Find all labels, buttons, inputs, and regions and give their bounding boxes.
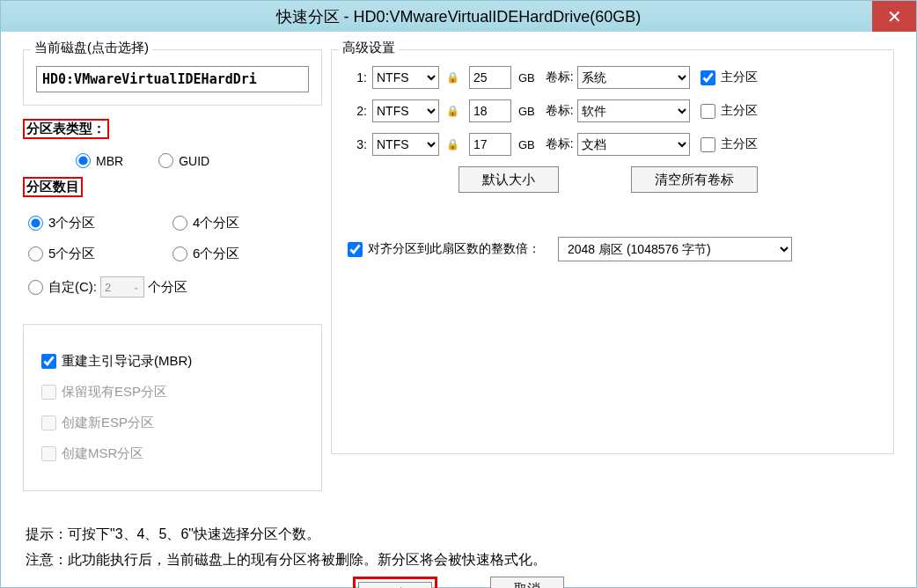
table-type-label: 分区表类型：	[23, 119, 109, 139]
fs-select[interactable]: NTFS	[372, 99, 439, 122]
partition-count-label: 分区数目	[23, 177, 83, 197]
dialog-window: 快速分区 - HD0:VMwareVirtualIDEHardDrive(60G…	[0, 0, 917, 588]
cb-rebuild-mbr-label: 重建主引导记录(MBR)	[62, 353, 192, 370]
volume-select[interactable]: 软件	[577, 99, 690, 122]
cb-keep-esp-input	[41, 385, 56, 400]
radio-4-label: 4个分区	[193, 215, 239, 232]
lock-icon: 🔒	[444, 105, 460, 117]
radio-mbr-label: MBR	[96, 154, 123, 168]
volume-label-text: 卷标:	[546, 136, 574, 152]
radio-3-partitions[interactable]: 3个分区	[28, 208, 172, 239]
lock-icon: 🔒	[444, 71, 460, 84]
disk-group-title: 当前磁盘(点击选择)	[31, 40, 152, 56]
cb-msr-input	[41, 446, 56, 461]
partition-rows: 1:NTFS🔒GB卷标:系统主分区2:NTFS🔒GB卷标:软件主分区3:NTFS…	[344, 66, 881, 156]
size-input[interactable]	[469, 133, 511, 156]
primary-checkbox[interactable]	[701, 104, 715, 119]
cb-msr-label: 创建MSR分区	[62, 445, 143, 462]
radio-4-input[interactable]	[172, 216, 187, 231]
primary-label: 主分区	[721, 70, 758, 85]
mbr-checkbox-list: 重建主引导记录(MBR) 保留现有ESP分区 创建新ESP分区 创建MSR分区	[36, 341, 309, 474]
cb-keep-esp-label: 保留现有ESP分区	[62, 384, 167, 401]
row-number: 3:	[344, 137, 367, 151]
volume-label-text: 卷标:	[546, 70, 574, 85]
footer-buttons: 确定 取消	[26, 573, 891, 588]
volume-select[interactable]: 系统	[577, 66, 690, 89]
right-panel: 高级设置 1:NTFS🔒GB卷标:系统主分区2:NTFS🔒GB卷标:软件主分区3…	[331, 49, 894, 504]
cb-rebuild-mbr[interactable]: 重建主引导记录(MBR)	[41, 346, 304, 377]
size-input[interactable]	[469, 99, 511, 122]
primary-checkbox-wrap[interactable]: 主分区	[701, 70, 758, 85]
window-title: 快速分区 - HD0:VMwareVirtualIDEHardDrive(60G…	[276, 6, 642, 27]
primary-label: 主分区	[721, 136, 758, 152]
primary-checkbox[interactable]	[701, 137, 715, 152]
adv-button-row: 默认大小 清空所有卷标	[344, 166, 881, 193]
custom-count-value: 2	[105, 281, 111, 294]
cb-keep-esp: 保留现有ESP分区	[41, 377, 304, 408]
cb-msr: 创建MSR分区	[41, 438, 304, 469]
partition-count-radios: 3个分区 4个分区 5个分区 6个分区	[23, 204, 322, 308]
radio-custom-label: 自定(C):	[48, 279, 97, 296]
lock-icon: 🔒	[444, 138, 460, 151]
radio-guid-input[interactable]	[158, 153, 173, 168]
clear-labels-button[interactable]: 清空所有卷标	[631, 166, 758, 193]
radio-5-input[interactable]	[28, 246, 43, 261]
title-bar: 快速分区 - HD0:VMwareVirtualIDEHardDrive(60G…	[1, 1, 916, 32]
row-number: 1:	[344, 70, 367, 85]
cancel-button[interactable]: 取消	[490, 577, 564, 588]
cb-rebuild-mbr-input[interactable]	[41, 354, 56, 369]
cb-new-esp-label: 创建新ESP分区	[62, 415, 154, 431]
warning-text: 注意：此功能执行后，当前磁盘上的现有分区将被删除。新分区将会被快速格式化。	[26, 548, 891, 573]
close-button[interactable]: ✕	[872, 1, 916, 32]
partition-row-2: 2:NTFS🔒GB卷标:软件主分区	[344, 99, 881, 122]
radio-6-input[interactable]	[172, 246, 187, 261]
size-unit: GB	[518, 71, 535, 85]
mbr-options-group: 重建主引导记录(MBR) 保留现有ESP分区 创建新ESP分区 创建MSR分区	[23, 324, 322, 491]
fs-select[interactable]: NTFS	[372, 66, 439, 89]
radio-custom-input[interactable]	[28, 280, 43, 295]
partition-row-1: 1:NTFS🔒GB卷标:系统主分区	[344, 66, 881, 89]
ok-button[interactable]: 确定	[358, 582, 432, 588]
radio-5-partitions[interactable]: 5个分区	[28, 239, 172, 269]
primary-checkbox[interactable]	[701, 70, 715, 85]
radio-6-partitions[interactable]: 6个分区	[172, 239, 317, 269]
align-select[interactable]: 2048 扇区 (1048576 字节)	[558, 237, 792, 261]
fs-select[interactable]: NTFS	[372, 133, 439, 156]
align-row: 对齐分区到此扇区数的整数倍： 2048 扇区 (1048576 字节)	[344, 237, 881, 261]
volume-label-text: 卷标:	[546, 103, 574, 119]
spinner-arrow-icon: ⌄	[133, 283, 140, 291]
radio-5-label: 5个分区	[48, 246, 95, 262]
disk-input[interactable]	[36, 66, 309, 92]
cb-new-esp-input	[41, 415, 56, 430]
radio-3-input[interactable]	[28, 216, 43, 231]
advanced-title: 高级设置	[339, 40, 399, 56]
row-number: 2:	[344, 104, 367, 118]
align-checkbox[interactable]	[348, 242, 363, 257]
custom-count-spinner[interactable]: 2 ⌄	[100, 276, 144, 298]
radio-guid[interactable]: GUID	[158, 153, 209, 168]
bottom-text: 提示：可按下"3、4、5、6"快速选择分区个数。 注意：此功能执行后，当前磁盘上…	[1, 513, 916, 588]
partition-count-section: 分区数目 3个分区 4个分区 5个分区	[23, 177, 322, 308]
volume-select[interactable]: 文档	[577, 133, 690, 156]
table-type-radios: MBR GUID	[23, 146, 322, 168]
radio-mbr[interactable]: MBR	[76, 153, 123, 168]
disk-groupbox: 当前磁盘(点击选择)	[23, 49, 322, 106]
radio-custom-partitions[interactable]: 自定(C): 2 ⌄ 个分区	[28, 269, 317, 305]
custom-suffix: 个分区	[148, 279, 187, 296]
ok-highlight-box: 确定	[353, 577, 437, 588]
primary-checkbox-wrap[interactable]: 主分区	[701, 136, 758, 152]
default-size-button[interactable]: 默认大小	[458, 166, 559, 193]
size-input[interactable]	[469, 66, 511, 89]
primary-label: 主分区	[721, 103, 758, 119]
close-icon: ✕	[887, 6, 902, 27]
radio-4-partitions[interactable]: 4个分区	[172, 208, 317, 239]
size-unit: GB	[518, 138, 535, 151]
radio-guid-label: GUID	[179, 154, 209, 168]
radio-6-label: 6个分区	[193, 246, 239, 262]
content-area: 当前磁盘(点击选择) 分区表类型： MBR GUID	[1, 32, 916, 513]
radio-mbr-input[interactable]	[76, 153, 91, 168]
radio-3-label: 3个分区	[48, 215, 95, 232]
hint-text: 提示：可按下"3、4、5、6"快速选择分区个数。	[26, 522, 891, 548]
primary-checkbox-wrap[interactable]: 主分区	[701, 103, 758, 119]
size-unit: GB	[518, 105, 535, 118]
